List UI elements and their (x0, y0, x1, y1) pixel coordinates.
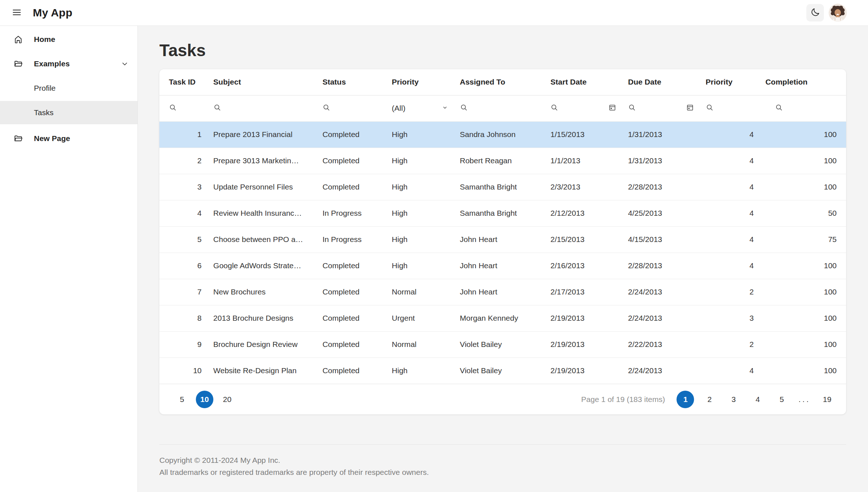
cell-status[interactable]: Completed (317, 358, 386, 384)
table-row[interactable]: 7New BrochuresCompletedNormalJohn Heart2… (159, 279, 846, 305)
cell-completion[interactable]: 100 (760, 121, 846, 148)
cell-priority_num[interactable]: 3 (700, 305, 760, 331)
cell-assigned_to[interactable]: John Heart (454, 226, 545, 253)
cell-subject[interactable]: Prepare 2013 Financial (208, 121, 317, 148)
cell-priority[interactable]: Normal (386, 279, 454, 305)
cell-status[interactable]: In Progress (317, 200, 386, 226)
page-button-4[interactable]: 4 (749, 391, 766, 408)
cell-priority[interactable]: High (386, 358, 454, 384)
cell-completion[interactable]: 100 (760, 305, 846, 331)
filter-cell-status[interactable] (317, 95, 386, 121)
column-header-priority-num[interactable]: Priority (700, 69, 760, 95)
cell-priority[interactable]: High (386, 121, 454, 148)
page-button-5[interactable]: 5 (773, 391, 790, 408)
cell-completion[interactable]: 100 (760, 358, 846, 384)
sidebar-item-examples[interactable]: Examples (0, 52, 137, 75)
table-row[interactable]: 4Review Health Insuranc…In ProgressHighS… (159, 200, 846, 226)
cell-subject[interactable]: Prepare 3013 Marketin… (208, 148, 317, 174)
cell-priority[interactable]: High (386, 226, 454, 253)
cell-start_date[interactable]: 1/15/2013 (545, 121, 622, 148)
cell-priority[interactable]: High (386, 148, 454, 174)
cell-status[interactable]: Completed (317, 121, 386, 148)
cell-due_date[interactable]: 2/28/2013 (622, 174, 700, 200)
cell-status[interactable]: Completed (317, 174, 386, 200)
cell-priority_num[interactable]: 4 (700, 358, 760, 384)
sidebar-item-new-page[interactable]: New Page (0, 127, 137, 150)
page-button-3[interactable]: 3 (725, 391, 742, 408)
cell-priority[interactable]: High (386, 200, 454, 226)
cell-start_date[interactable]: 2/17/2013 (545, 279, 622, 305)
page-size-option-5[interactable]: 5 (173, 391, 191, 408)
column-header-start-date[interactable]: Start Date (545, 69, 622, 95)
cell-assigned_to[interactable]: Violet Bailey (454, 331, 545, 358)
cell-status[interactable]: Completed (317, 331, 386, 358)
cell-priority_num[interactable]: 4 (700, 253, 760, 279)
cell-completion[interactable]: 75 (760, 226, 846, 253)
cell-task_id[interactable]: 5 (159, 226, 208, 253)
cell-completion[interactable]: 100 (760, 148, 846, 174)
cell-due_date[interactable]: 4/15/2013 (622, 226, 700, 253)
cell-priority_num[interactable]: 4 (700, 226, 760, 253)
filter-cell-task-id[interactable] (159, 95, 208, 121)
table-row[interactable]: 1Prepare 2013 FinancialCompletedHighSand… (159, 121, 846, 148)
cell-task_id[interactable]: 2 (159, 148, 208, 174)
menu-button[interactable] (8, 4, 26, 22)
cell-task_id[interactable]: 9 (159, 331, 208, 358)
cell-task_id[interactable]: 8 (159, 305, 208, 331)
cell-priority[interactable]: Normal (386, 331, 454, 358)
cell-task_id[interactable]: 4 (159, 200, 208, 226)
cell-status[interactable]: Completed (317, 279, 386, 305)
filter-cell-assigned-to[interactable] (454, 95, 545, 121)
cell-assigned_to[interactable]: Morgan Kennedy (454, 305, 545, 331)
cell-subject[interactable]: Review Health Insuranc… (208, 200, 317, 226)
cell-subject[interactable]: 2013 Brochure Designs (208, 305, 317, 331)
cell-assigned_to[interactable]: John Heart (454, 253, 545, 279)
cell-status[interactable]: Completed (317, 253, 386, 279)
cell-task_id[interactable]: 7 (159, 279, 208, 305)
cell-assigned_to[interactable]: John Heart (454, 279, 545, 305)
cell-priority_num[interactable]: 4 (700, 174, 760, 200)
page-button-19[interactable]: 19 (818, 391, 836, 408)
cell-due_date[interactable]: 2/28/2013 (622, 253, 700, 279)
column-header-task-id[interactable]: Task ID (159, 69, 208, 95)
cell-task_id[interactable]: 1 (159, 121, 208, 148)
table-row[interactable]: 9Brochure Design ReviewCompletedNormalVi… (159, 331, 846, 358)
cell-task_id[interactable]: 10 (159, 358, 208, 384)
sidebar-item-home[interactable]: Home (0, 28, 137, 51)
priority-filter-select[interactable]: (All) (392, 95, 448, 121)
table-row[interactable]: 2Prepare 3013 Marketin…CompletedHighRobe… (159, 148, 846, 174)
table-row[interactable]: 6Google AdWords Strate…CompletedHighJohn… (159, 253, 846, 279)
cell-start_date[interactable]: 1/1/2013 (545, 148, 622, 174)
table-row[interactable]: 82013 Brochure DesignsCompletedUrgentMor… (159, 305, 846, 331)
cell-assigned_to[interactable]: Samantha Bright (454, 174, 545, 200)
column-header-due-date[interactable]: Due Date (622, 69, 700, 95)
cell-assigned_to[interactable]: Sandra Johnson (454, 121, 545, 148)
cell-task_id[interactable]: 6 (159, 253, 208, 279)
calendar-icon[interactable] (686, 104, 694, 113)
column-header-assigned-to[interactable]: Assigned To (454, 69, 545, 95)
calendar-icon[interactable] (608, 104, 616, 113)
avatar[interactable] (829, 4, 847, 22)
cell-subject[interactable]: New Brochures (208, 279, 317, 305)
cell-start_date[interactable]: 2/12/2013 (545, 200, 622, 226)
cell-subject[interactable]: Brochure Design Review (208, 331, 317, 358)
table-row[interactable]: 5Choose between PPO a…In ProgressHighJoh… (159, 226, 846, 253)
page-button-1[interactable]: 1 (677, 391, 694, 408)
page-size-option-20[interactable]: 20 (218, 391, 236, 408)
column-header-subject[interactable]: Subject (208, 69, 317, 95)
cell-priority[interactable]: High (386, 174, 454, 200)
cell-start_date[interactable]: 2/19/2013 (545, 331, 622, 358)
cell-start_date[interactable]: 2/15/2013 (545, 226, 622, 253)
cell-priority[interactable]: Urgent (386, 305, 454, 331)
cell-start_date[interactable]: 2/3/2013 (545, 174, 622, 200)
search-icon[interactable] (550, 104, 558, 113)
cell-status[interactable]: Completed (317, 305, 386, 331)
cell-priority_num[interactable]: 4 (700, 121, 760, 148)
cell-status[interactable]: Completed (317, 148, 386, 174)
sidebar-item-profile[interactable]: Profile (0, 77, 137, 100)
cell-due_date[interactable]: 1/31/2013 (622, 121, 700, 148)
column-header-completion[interactable]: Completion (760, 69, 846, 95)
theme-toggle-button[interactable] (806, 4, 824, 22)
cell-due_date[interactable]: 4/25/2013 (622, 200, 700, 226)
cell-assigned_to[interactable]: Robert Reagan (454, 148, 545, 174)
